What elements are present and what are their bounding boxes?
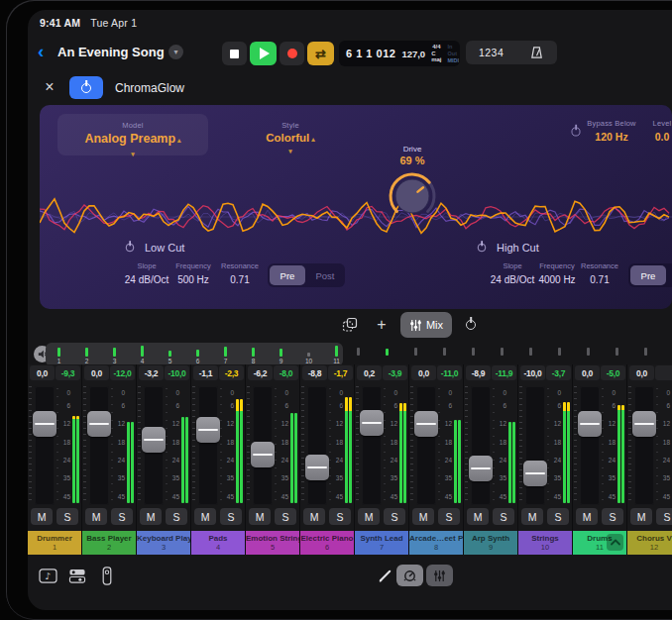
mute-button[interactable]: M [467, 508, 489, 525]
edit-pencil-button[interactable] [373, 566, 396, 585]
fader-track[interactable] [35, 386, 55, 505]
back-chevron-icon[interactable]: ‹ [38, 40, 44, 63]
solo-button[interactable]: S [329, 508, 351, 525]
high-cut-resonance[interactable]: Resonance 0.71 [568, 261, 631, 285]
fader-value-chip[interactable]: -8,8 [302, 365, 327, 380]
overview-channel-meter[interactable] [252, 348, 255, 357]
fader-track[interactable] [198, 386, 218, 505]
fader-value-chip[interactable]: -1,1 [193, 365, 218, 380]
track-name-plate[interactable]: Synth Lead7 [355, 531, 408, 555]
stop-button[interactable] [222, 42, 247, 65]
solo-button[interactable]: S [493, 508, 514, 525]
fader-handle[interactable] [523, 461, 547, 486]
track-name-plate[interactable]: Electric Piano6 [300, 531, 354, 555]
overview-channel-meter[interactable] [224, 347, 227, 357]
fader-handle[interactable] [578, 411, 602, 437]
solo-button[interactable]: S [602, 508, 623, 525]
mixer-power-button[interactable] [458, 313, 484, 337]
overview-channel-meter[interactable] [196, 350, 199, 357]
fader-value-chip[interactable]: 0,2 [357, 365, 382, 380]
browser-button[interactable]: ♪ [36, 566, 59, 585]
fader-track[interactable] [89, 386, 109, 505]
solo-button[interactable]: S [166, 508, 187, 525]
fader-track[interactable] [580, 386, 600, 505]
overview-channel-meter[interactable] [57, 348, 60, 357]
cycle-button[interactable]: ⇄ [307, 42, 334, 65]
play-button[interactable] [250, 42, 277, 65]
track-name-plate[interactable]: Emotion Strings5 [246, 531, 299, 555]
post-button[interactable]: Post [668, 265, 672, 285]
fader-handle[interactable] [414, 411, 438, 437]
fader-value-chip[interactable]: 0,0 [575, 365, 600, 380]
fader-handle[interactable] [196, 417, 220, 443]
solo-button[interactable]: S [656, 508, 672, 525]
song-title-chevron-icon[interactable]: ▾ [168, 45, 183, 59]
mute-button[interactable]: M [630, 508, 652, 525]
fader-value-chip[interactable]: -3,2 [139, 365, 164, 380]
fader-handle[interactable] [87, 411, 111, 437]
routing-button[interactable] [65, 566, 89, 585]
overview-channel-meter[interactable] [113, 348, 116, 357]
track-name-plate[interactable]: Strings10 [518, 531, 572, 555]
mute-button[interactable]: M [249, 508, 271, 525]
mute-button[interactable]: M [194, 508, 216, 525]
track-name-plate[interactable]: Keyboard Player3 [137, 531, 190, 555]
track-name-plate[interactable]: Drummer1 [28, 531, 81, 555]
track-name-plate[interactable]: Drums11 [573, 531, 626, 555]
overview-channel-meter[interactable] [307, 353, 310, 357]
fader-track[interactable] [634, 386, 654, 505]
fader-value-chip[interactable]: 0,0 [84, 365, 109, 380]
overview-channel-meter[interactable] [141, 346, 144, 357]
high-cut-power-icon[interactable] [478, 244, 487, 253]
overview-channel-meter[interactable] [280, 349, 282, 357]
mute-button[interactable]: M [31, 508, 53, 525]
lcd-display[interactable]: 6 1 1 012 127,0 4/4 C maj In Out MIDI [339, 41, 460, 66]
pre-button[interactable]: Pre [270, 265, 305, 285]
fader-track[interactable] [362, 386, 382, 505]
solo-button[interactable]: S [384, 508, 405, 525]
fader-handle[interactable] [33, 411, 56, 437]
mix-toggle-button[interactable]: Mix [400, 312, 452, 338]
count-in-button[interactable]: 1234 [479, 47, 504, 58]
solo-button[interactable]: S [56, 508, 78, 525]
overview-channel-meter[interactable] [335, 346, 338, 357]
mute-button[interactable]: M [412, 508, 434, 525]
solo-button[interactable]: S [547, 508, 569, 525]
solo-button[interactable]: S [275, 508, 296, 525]
fader-track[interactable] [307, 386, 327, 505]
plugin-power-button[interactable] [69, 76, 103, 99]
fader-value-chip[interactable]: -10,0 [520, 365, 545, 380]
track-name-plate[interactable]: Chorus V12 [627, 531, 672, 555]
fader-value-chip[interactable]: -8,9 [466, 365, 491, 380]
mute-button[interactable]: M [521, 508, 543, 525]
record-button[interactable] [280, 42, 304, 65]
fader-value-chip[interactable]: -6,2 [248, 365, 273, 380]
mute-button[interactable]: M [358, 508, 380, 525]
track-stack-expand-button[interactable] [607, 534, 623, 551]
track-name-plate[interactable]: Arp Synth9 [464, 531, 517, 555]
mute-button[interactable]: M [140, 508, 162, 525]
duplicate-button[interactable] [337, 313, 363, 337]
level-control[interactable]: Level 0.0 [634, 119, 672, 143]
overview-channel-meter[interactable] [85, 348, 88, 357]
fader-handle[interactable] [142, 427, 166, 453]
song-title[interactable]: An Evening Song [57, 45, 165, 59]
mute-button[interactable]: M [303, 508, 325, 525]
fader-value-chip[interactable]: 0,0 [629, 365, 654, 380]
track-name-plate[interactable]: Arcade…eet Pad8 [409, 531, 463, 555]
fader-track[interactable] [525, 386, 545, 505]
track-name-plate[interactable]: Pads4 [191, 531, 245, 555]
solo-button[interactable]: S [220, 508, 242, 525]
style-selector[interactable]: Style Colorful▴▾ [236, 121, 345, 155]
solo-button[interactable]: S [438, 508, 460, 525]
fader-handle[interactable] [632, 411, 656, 437]
post-button[interactable]: Post [307, 265, 343, 285]
model-selector[interactable]: Model Analog Preamp▴▾ [57, 114, 208, 155]
mixer-view-button[interactable] [426, 565, 453, 586]
controller-button[interactable] [95, 566, 119, 585]
pre-button[interactable]: Pre [630, 265, 666, 285]
fader-track[interactable] [471, 386, 491, 505]
fader-handle[interactable] [360, 410, 384, 436]
fader-track[interactable] [416, 386, 436, 505]
low-cut-resonance[interactable]: Resonance 0.71 [208, 261, 272, 285]
